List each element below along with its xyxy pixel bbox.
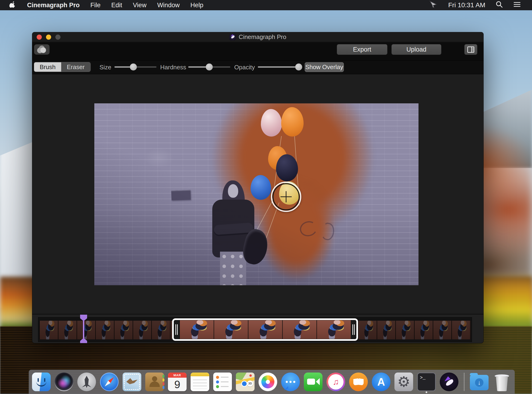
opacity-slider-knob[interactable] — [295, 63, 302, 71]
notification-center-icon[interactable] — [513, 1, 521, 10]
close-button[interactable] — [37, 35, 42, 40]
menu-item[interactable]: Window — [157, 2, 180, 9]
desktop: Cinemagraph Pro FileEditViewWindowHelp F… — [0, 0, 532, 394]
menubar-app-name[interactable]: Cinemagraph Pro — [27, 2, 80, 9]
trim-handle-right[interactable] — [351, 320, 356, 339]
menu-item[interactable]: File — [90, 2, 101, 9]
size-slider-knob[interactable] — [130, 63, 137, 71]
playhead[interactable] — [80, 315, 87, 343]
dock-icon-siri[interactable] — [55, 373, 73, 391]
search-icon[interactable] — [495, 1, 503, 10]
hardness-label: Hardness — [160, 64, 186, 71]
zoom-button[interactable] — [55, 35, 61, 40]
dock-icon-ibooks[interactable] — [349, 373, 368, 391]
calendar-month: MAR — [168, 373, 187, 378]
dock-icon-system-preferences[interactable]: ⚙ — [394, 373, 413, 391]
dock-icon-notes[interactable] — [191, 373, 209, 391]
balloon-navy — [276, 154, 298, 181]
timeline-frames-selected[interactable] — [179, 320, 351, 339]
timeline-strip[interactable] — [38, 317, 472, 342]
timeline-panel — [32, 314, 483, 343]
brush-revealed-region — [212, 104, 373, 239]
timeline-frames-before[interactable] — [39, 321, 172, 339]
sidebar-icon — [467, 47, 474, 53]
gear-icon: ⚙ — [397, 375, 410, 389]
window-title-group: Cinemagraph Pro — [229, 33, 286, 41]
balloon-orange-mid — [268, 146, 287, 170]
dock-icon-photos[interactable] — [259, 373, 277, 391]
menubar-menus: FileEditViewWindowHelp — [90, 2, 203, 9]
balloon-yellow — [279, 181, 300, 205]
dock-icon-reminders[interactable] — [213, 373, 232, 391]
balloon-pink — [261, 109, 282, 137]
dock-icon-calendar[interactable]: MAR 9 — [168, 373, 187, 391]
timeline-frames-after[interactable] — [358, 321, 471, 339]
maps-3d-badge: 3D — [247, 380, 253, 387]
graffiti — [298, 219, 319, 238]
dock-icon-appstore[interactable]: A — [372, 373, 391, 391]
menu-item[interactable]: View — [133, 2, 146, 9]
dock-separator — [464, 373, 464, 391]
hardness-slider[interactable] — [188, 66, 230, 68]
dock-icon-cinemagraph-pro[interactable] — [440, 373, 459, 391]
tool-options-bar: Brush Eraser Size Hardness Opacity Show … — [32, 60, 483, 74]
dock-icon-trash[interactable] — [493, 373, 511, 391]
show-overlay-button[interactable]: Show Overlay — [305, 62, 344, 72]
appstore-letter: A — [377, 376, 385, 388]
eraser-segment[interactable]: Eraser — [61, 62, 90, 72]
size-label: Size — [99, 64, 111, 71]
toggle-sidebar-button[interactable] — [464, 44, 477, 55]
window-title: Cinemagraph Pro — [239, 33, 286, 41]
dock-icon-launchpad[interactable] — [77, 373, 96, 391]
brush-cursor[interactable] — [271, 181, 301, 212]
trim-handle-left[interactable] — [174, 320, 179, 339]
calendar-day: 9 — [168, 378, 187, 391]
app-icon-hummingbird — [229, 34, 236, 40]
woman-figure — [204, 171, 274, 285]
dock-icon-terminal[interactable]: >_ — [417, 373, 436, 391]
opacity-label: Opacity — [234, 64, 255, 71]
brush-eraser-segmented-control: Brush Eraser — [34, 62, 90, 72]
hardness-slider-knob[interactable] — [206, 63, 213, 71]
canvas-area — [32, 75, 483, 314]
dock-icon-maps[interactable]: 3D — [236, 373, 255, 391]
titlebar[interactable]: Cinemagraph Pro — [32, 32, 483, 42]
trim-selection[interactable] — [172, 318, 358, 341]
dock-icon-safari[interactable] — [100, 373, 119, 391]
filters-button[interactable] — [34, 44, 50, 55]
download-arrow-icon: ↓ — [475, 378, 483, 387]
export-button[interactable]: Export — [337, 44, 387, 55]
dock: MAR 9 3D ♫ A ⚙ >_ — [29, 370, 515, 394]
size-slider[interactable] — [115, 66, 156, 68]
app-window: Cinemagraph Pro Export Upload Brush Eras… — [32, 32, 483, 343]
balloon-orange-top — [281, 107, 304, 137]
apple-menu-icon[interactable] — [9, 1, 16, 9]
pointer-icon — [428, 0, 438, 10]
upload-button[interactable]: Upload — [392, 44, 441, 55]
opacity-slider[interactable] — [258, 66, 300, 68]
wall-sign — [171, 190, 191, 201]
toolbar: Export Upload — [32, 42, 483, 60]
dock-icon-contacts[interactable] — [145, 373, 164, 391]
balloon-blue — [250, 175, 271, 200]
dock-icon-mail[interactable] — [123, 373, 141, 391]
brush-segment[interactable]: Brush — [34, 62, 61, 72]
menubar: Cinemagraph Pro FileEditViewWindowHelp F… — [0, 0, 532, 10]
dock-icon-itunes[interactable]: ♫ — [327, 373, 345, 391]
dock-icon-facetime[interactable] — [304, 373, 323, 391]
dock-icon-finder[interactable] — [32, 373, 51, 391]
dock-icon-downloads[interactable]: ↓ — [470, 375, 489, 390]
dock-icon-messages[interactable] — [281, 373, 300, 391]
menu-item[interactable]: Edit — [111, 2, 122, 9]
menu-item[interactable]: Help — [190, 2, 203, 9]
minimize-button[interactable] — [46, 35, 51, 40]
menubar-clock[interactable]: Fri 10:31 AM — [448, 1, 485, 9]
terminal-prompt-glyph: >_ — [420, 375, 426, 380]
itunes-note-glyph: ♫ — [328, 374, 344, 389]
video-canvas[interactable] — [94, 104, 418, 285]
